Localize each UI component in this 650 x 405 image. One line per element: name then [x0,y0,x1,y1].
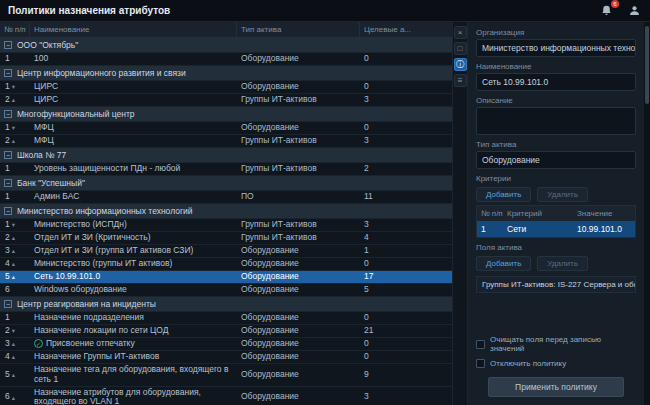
policy-row[interactable]: 4▴Назначение Группы ИТ-активовОборудован… [0,351,452,364]
row-number-cell: 2▴ [0,135,30,147]
page-title: Политики назначения атрибутов [8,5,170,16]
policy-row[interactable]: 1▾ЦИРСОборудование0 [0,81,452,94]
clear-fields-checkbox-row: Очищать поля перед записью значений [476,335,636,353]
group-row[interactable]: −ООО "Октябрь" [0,38,452,53]
asset-fields-remove-button[interactable]: Удалить [537,256,588,271]
asset-field-item[interactable]: Группы ИТ-активов: IS-227 Сервера и обор… [476,276,636,293]
apply-policy-button[interactable]: Применить политику [488,377,624,397]
criteria-row[interactable]: 1 Сети 10.99.101.0 [477,221,635,237]
policy-row[interactable]: 6▴Назначение атрибутов для оборудования,… [0,387,452,405]
row-number: 5 [5,272,10,282]
details-tab-button[interactable]: ⓘ [454,58,467,71]
close-panel-button[interactable]: × [454,26,467,39]
collapse-icon[interactable]: − [4,179,12,187]
policy-row[interactable]: 2▾Назначение локации по сети ЦОДОборудов… [0,325,452,338]
organization-label: Организация [476,28,636,37]
reorder-up-icon[interactable]: ▴ [12,273,15,280]
policy-name: Отдел ИТ и ЗИ (Критичность) [30,232,237,244]
row-number-cell: 3▴ [0,338,30,350]
policy-row[interactable]: 5▴Назначение тега для оборудования, вход… [0,364,452,387]
reorder-up-icon[interactable]: ▴ [12,96,15,103]
organization-field[interactable]: Министерство информационных технологий [476,39,636,57]
reorder-up-icon[interactable]: ▴ [12,371,15,378]
reorder-down-icon[interactable]: ▾ [12,83,15,90]
policy-row[interactable]: 1Уровень защищенности ПДн - любойГруппы … [0,163,452,176]
group-row[interactable]: −Центр информационного развития и связи [0,66,452,81]
policy-row[interactable]: 1▾Министерство (ИСПДн)Группы ИТ-активов3 [0,219,452,232]
row-number: 1 [5,220,10,230]
group-row[interactable]: −Банк "Успешный" [0,176,452,191]
asset-type-cell: Оборудование [237,312,360,324]
name-field[interactable]: Сеть 10.99.101.0 [476,73,636,91]
target-count-cell: 11 [360,191,452,203]
group-label: Многофункциональный центр [17,109,135,119]
column-header-num[interactable]: № п/п [0,22,30,37]
scrollbar-thumb[interactable] [645,26,649,104]
window-scrollbar[interactable] [644,22,650,405]
policy-row[interactable]: 5▴Сеть 10.99.101.0Оборудование17 [0,271,452,284]
policy-name: Назначение подразделения [30,312,237,324]
group-label: ООО "Октябрь" [17,40,78,50]
reorder-down-icon[interactable]: ▾ [12,124,15,131]
row-number: 2 [5,136,10,146]
collapse-icon[interactable]: − [4,207,12,215]
policy-name: Назначение Группы ИТ-активов [30,351,237,363]
asset-fields-buttons: Добавить Удалить [476,256,636,271]
policy-row[interactable]: 1Админ БАСПО11 [0,191,452,204]
policy-row[interactable]: 6Windows оборудованиеОборудование5 [0,284,452,297]
collapse-icon[interactable]: − [4,41,12,49]
collapse-icon[interactable]: − [4,110,12,118]
row-number: 1 [5,164,10,174]
description-field[interactable] [476,107,636,135]
policy-row[interactable]: 4▴Министерство (группы ИТ активов)Оборуд… [0,258,452,271]
policy-row[interactable]: 2▴Отдел ИТ и ЗИ (Критичность)Группы ИТ-а… [0,232,452,245]
group-row[interactable]: −Министерство информационных технологий [0,204,452,219]
policy-row[interactable]: 2▴ЦИРСГруппы ИТ-активов3 [0,94,452,107]
policy-row[interactable]: 3▴✓Присвоение отпечаткуОборудование0 [0,338,452,351]
column-header-type[interactable]: Тип актива [237,22,360,37]
reorder-up-icon[interactable]: ▴ [12,137,15,144]
policy-row[interactable]: 2▴МФЦГруппы ИТ-активов3 [0,135,452,148]
collapse-icon[interactable]: − [4,151,12,159]
reorder-up-icon[interactable]: ▴ [12,234,15,241]
policy-row[interactable]: 3▴Отдел ИТ и ЗИ (группа ИТ активов СЗИ)О… [0,245,452,258]
main-content: № п/п Наименование Тип актива Целевые а.… [0,22,650,405]
collapse-icon[interactable]: − [4,69,12,77]
asset-fields-add-button[interactable]: Добавить [476,256,531,271]
notifications-button[interactable]: 6 [598,3,614,19]
group-row[interactable]: −Центр реагирования на инциденты [0,297,452,312]
policy-row[interactable]: 1100Оборудование0 [0,53,452,66]
disable-policy-checkbox-label: Отключить политику [490,359,566,368]
policy-row[interactable]: 1▾МФЦОборудование0 [0,122,452,135]
criteria-add-button[interactable]: Добавить [476,187,531,202]
reorder-up-icon[interactable]: ▴ [12,340,15,347]
reorder-up-icon[interactable]: ▴ [12,394,15,401]
asset-type-cell: Оборудование [237,391,360,403]
criteria-remove-button[interactable]: Удалить [537,187,588,202]
row-number: 4 [5,352,10,362]
asset-type-field[interactable]: Оборудование [476,151,636,169]
row-number: 1 [5,123,10,133]
clear-fields-checkbox[interactable] [476,340,485,349]
policy-row[interactable]: 1Назначение подразделенияОборудование0 [0,312,452,325]
group-row[interactable]: −Многофункциональный центр [0,107,452,122]
row-number-cell: 6▴ [0,391,30,403]
reorder-down-icon[interactable]: ▾ [12,221,15,228]
disable-policy-checkbox[interactable] [476,359,485,368]
reorder-up-icon[interactable]: ▴ [12,353,15,360]
reorder-up-icon[interactable]: ▴ [12,260,15,267]
column-header-name[interactable]: Наименование [30,22,237,37]
list-tab-button[interactable]: ≡ [454,74,467,87]
expand-panel-button[interactable]: □ [454,42,467,55]
reorder-up-icon[interactable]: ▴ [12,247,15,254]
reorder-down-icon[interactable]: ▾ [12,327,15,334]
row-number-cell: 3▴ [0,245,30,257]
policy-name: Назначение атрибутов для оборудования, в… [30,387,237,405]
collapse-icon[interactable]: − [4,300,12,308]
group-row[interactable]: −Школа № 77 [0,148,452,163]
user-menu-button[interactable] [626,3,642,19]
target-count-cell: 0 [360,122,452,134]
row-number-cell: 1 [0,163,30,175]
column-header-targets[interactable]: Целевые а... [360,22,452,37]
asset-type-label: Тип актива [476,140,636,149]
